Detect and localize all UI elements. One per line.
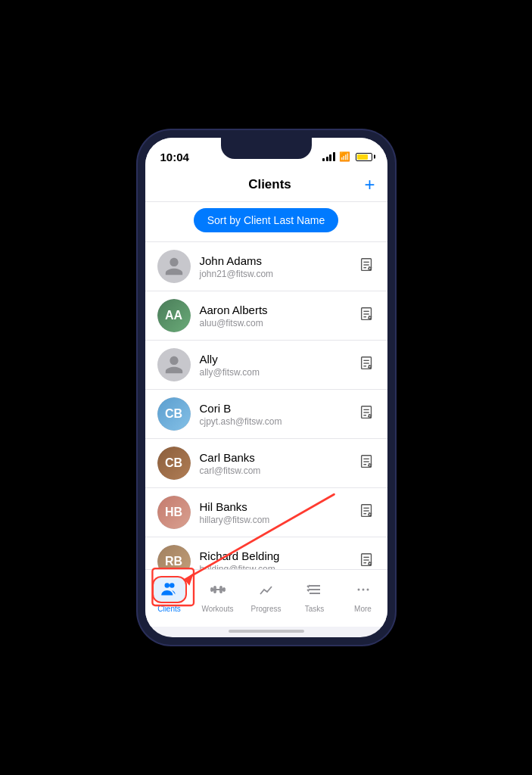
status-time: 10:04 xyxy=(160,151,189,163)
client-notes-icon[interactable] xyxy=(359,404,375,425)
tab-workouts[interactable]: Workouts xyxy=(194,574,242,615)
client-info: Carl Banks carl@fitsw.com xyxy=(200,451,359,476)
avatar: CB xyxy=(157,447,191,480)
client-info: Richard Belding belding@fitsw.com xyxy=(200,549,359,570)
tab-icon-wrap xyxy=(152,576,187,603)
avatar: RB xyxy=(157,545,191,569)
client-email: aluu@fitsw.com xyxy=(200,318,359,328)
sort-button[interactable]: Sort by Client Last Name xyxy=(194,208,339,232)
more-icon xyxy=(354,580,372,599)
avatar: AA xyxy=(157,299,191,332)
client-email: cjpyt.ash@fitsw.com xyxy=(200,416,359,427)
progress-icon xyxy=(257,580,275,599)
tab-clients-label: Clients xyxy=(157,605,181,613)
battery-icon xyxy=(356,153,372,161)
client-info: Cori B cjpyt.ash@fitsw.com xyxy=(200,402,359,427)
signal-icon xyxy=(322,152,335,161)
client-notes-icon[interactable] xyxy=(359,257,375,277)
avatar: CB xyxy=(157,397,191,431)
clients-icon xyxy=(160,580,179,599)
svg-point-46 xyxy=(362,589,364,591)
client-info: Aaron Alberts aluu@fitsw.com xyxy=(200,303,359,328)
avatar xyxy=(157,348,191,381)
tab-more-label: More xyxy=(354,605,372,613)
list-item[interactable]: Ally ally@fitsw.com xyxy=(145,341,387,390)
tab-icon-wrap xyxy=(297,576,332,603)
tab-icon-wrap xyxy=(249,576,284,603)
client-email: belding@fitsw.com xyxy=(200,564,359,570)
notch xyxy=(221,138,312,159)
list-item[interactable]: AA Aaron Alberts aluu@fitsw.com xyxy=(145,291,387,341)
client-notes-icon[interactable] xyxy=(359,306,375,326)
tab-icon-wrap xyxy=(201,576,235,603)
client-email: carl@fitsw.com xyxy=(200,465,359,476)
client-name: Cori B xyxy=(200,402,359,415)
client-name: Ally xyxy=(200,353,359,366)
avatar: HB xyxy=(157,496,191,529)
list-item[interactable]: HB Hil Banks hillary@fitsw.com xyxy=(145,488,387,537)
list-item[interactable]: RB Richard Belding belding@fitsw.com xyxy=(145,537,387,569)
client-notes-icon[interactable] xyxy=(359,503,375,523)
tab-bar: Clients Workouts xyxy=(145,569,387,627)
page-title: Clients xyxy=(176,177,365,192)
list-item[interactable]: CB Cori B cjpyt.ash@fitsw.com xyxy=(145,390,387,439)
tab-tasks-label: Tasks xyxy=(305,605,325,613)
workouts-icon xyxy=(209,580,227,599)
nav-header: Clients + xyxy=(145,171,387,202)
tab-tasks[interactable]: Tasks xyxy=(291,574,339,615)
home-indicator xyxy=(229,630,304,633)
tab-more[interactable]: More xyxy=(339,574,387,615)
client-info: Hil Banks hillary@fitsw.com xyxy=(200,500,359,525)
svg-point-36 xyxy=(164,583,170,588)
client-name: Carl Banks xyxy=(200,451,359,464)
tab-icon-wrap xyxy=(346,576,381,603)
client-list: John Adams john21@fitsw.com AA xyxy=(145,242,387,569)
client-name: Richard Belding xyxy=(200,549,359,562)
phone-frame: 10:04 📶 Clients + Sort by Cli xyxy=(138,130,395,645)
list-item[interactable]: John Adams john21@fitsw.com xyxy=(145,242,387,291)
add-client-button[interactable]: + xyxy=(364,176,375,194)
list-item[interactable]: CB Carl Banks carl@fitsw.com xyxy=(145,439,387,488)
client-email: hillary@fitsw.com xyxy=(200,515,359,525)
tab-clients[interactable]: Clients xyxy=(145,574,194,615)
status-icons: 📶 xyxy=(322,151,372,162)
client-info: Ally ally@fitsw.com xyxy=(200,353,359,378)
tasks-icon xyxy=(306,580,324,599)
tab-progress[interactable]: Progress xyxy=(242,574,291,615)
client-email: ally@fitsw.com xyxy=(200,367,359,378)
client-notes-icon[interactable] xyxy=(359,453,375,474)
client-notes-icon[interactable] xyxy=(359,355,375,375)
wifi-icon: 📶 xyxy=(339,151,350,162)
svg-point-37 xyxy=(170,583,175,588)
tab-workouts-label: Workouts xyxy=(201,605,233,613)
client-info: John Adams john21@fitsw.com xyxy=(200,254,359,279)
client-name: John Adams xyxy=(200,254,359,267)
client-name: Hil Banks xyxy=(200,500,359,513)
phone-screen: 10:04 📶 Clients + Sort by Cli xyxy=(145,138,387,637)
svg-point-47 xyxy=(366,589,369,591)
svg-point-45 xyxy=(357,589,359,591)
sort-container: Sort by Client Last Name xyxy=(145,202,387,242)
client-notes-icon[interactable] xyxy=(359,552,375,570)
tab-progress-label: Progress xyxy=(250,605,281,613)
client-email: john21@fitsw.com xyxy=(200,269,359,279)
client-name: Aaron Alberts xyxy=(200,303,359,316)
avatar xyxy=(157,250,191,283)
